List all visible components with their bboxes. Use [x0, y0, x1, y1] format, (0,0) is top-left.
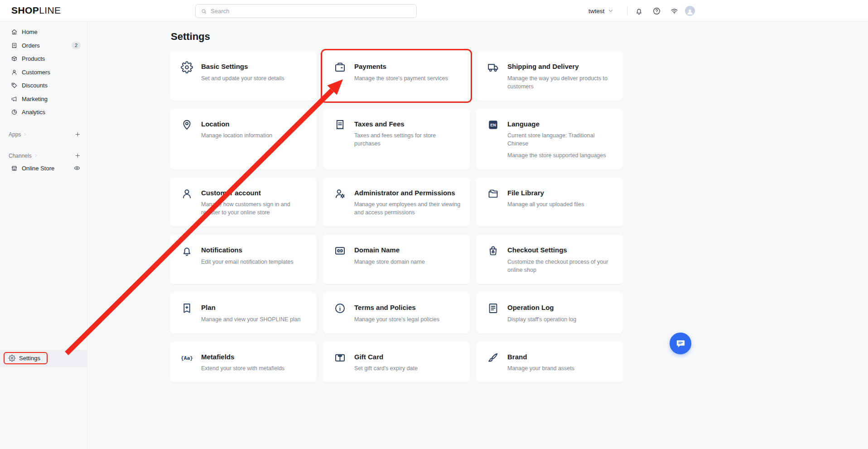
group-label: Channels: [9, 153, 32, 159]
card-title: Plan: [201, 303, 301, 312]
svg-text:{Aa}: {Aa}: [181, 355, 193, 361]
card-desc: Manage your store's legal policies: [354, 315, 439, 323]
card-desc: Display staff's operation log: [507, 315, 576, 323]
info-icon: [334, 302, 346, 314]
metafields-icon: {Aa}: [181, 352, 193, 364]
svg-text:EN: EN: [490, 123, 496, 127]
receipt-icon: [334, 119, 346, 131]
search-input[interactable]: [211, 8, 411, 14]
wallet-icon: [334, 61, 346, 73]
card-desc: Extend your store with metafields: [201, 364, 285, 372]
card-notifications[interactable]: NotificationsEdit your email notificatio…: [170, 235, 317, 284]
card-basic-settings[interactable]: Basic SettingsSet and update your store …: [170, 51, 317, 101]
sidebar-item-home[interactable]: Home: [0, 25, 87, 39]
card-title: Customer account: [201, 188, 310, 198]
card-metafields[interactable]: {Aa}MetafieldsExtend your store with met…: [170, 342, 317, 383]
card-administrator-and-permissions[interactable]: Administrator and PermissionsManage your…: [323, 178, 470, 227]
card-operation-log[interactable]: Operation LogDisplay staff's operation l…: [476, 292, 623, 333]
chat-button[interactable]: [670, 333, 691, 354]
discounts-icon: [11, 82, 18, 89]
card-desc-secondary: Manage the store supported languages: [507, 151, 617, 159]
card-title: Terms and Policies: [354, 303, 439, 312]
card-desc: Manage how customers sign in and registe…: [201, 200, 310, 217]
sidebar-item-settings[interactable]: Settings: [4, 352, 48, 364]
card-text: Shipping and DeliveryManage the way you …: [507, 62, 617, 91]
card-shipping-and-delivery[interactable]: Shipping and DeliveryManage the way you …: [476, 51, 623, 101]
topbar-divider: [627, 6, 627, 15]
card-checkout-settings[interactable]: Checkout SettingsCustomize the checkout …: [476, 235, 623, 284]
card-desc: Manage the store's payment services: [354, 74, 448, 82]
brush-icon: [487, 352, 499, 364]
chevron-down-icon: [608, 8, 614, 14]
card-taxes-and-fees[interactable]: Taxes and FeesTaxes and fees settings fo…: [323, 109, 470, 169]
card-desc: Manage the way you deliver products to c…: [507, 74, 617, 91]
settings-strip: Settings: [0, 350, 87, 367]
card-title: Domain Name: [354, 246, 425, 255]
sidebar-item-label: Products: [22, 55, 45, 62]
card-location[interactable]: LocationManage location information: [170, 109, 317, 169]
card-terms-and-policies[interactable]: Terms and PoliciesManage your store's le…: [323, 292, 470, 333]
account-name: twtest: [588, 8, 604, 14]
avatar[interactable]: [685, 6, 695, 16]
card-title: Shipping and Delivery: [507, 62, 617, 71]
logo-light: LINE: [39, 5, 61, 15]
card-title: Operation Log: [507, 303, 576, 312]
account-menu[interactable]: twtest: [588, 0, 614, 22]
bell-icon[interactable]: [635, 7, 643, 15]
card-file-library[interactable]: File LibraryManage all your uploaded fil…: [476, 178, 623, 227]
gift-card-icon: [334, 352, 346, 364]
folder-icon: [487, 188, 499, 200]
customers-icon: [11, 69, 18, 76]
card-plan[interactable]: PlanManage and view your SHOPLINE plan: [170, 292, 317, 333]
card-payments[interactable]: PaymentsManage the store's payment servi…: [323, 51, 470, 101]
card-title: Payments: [354, 62, 448, 71]
card-text: MetafieldsExtend your store with metafie…: [201, 352, 285, 373]
card-customer-account[interactable]: Customer accountManage how customers sig…: [170, 178, 317, 227]
sidebar-item-products[interactable]: Products: [0, 52, 87, 66]
sidebar-group-channels[interactable]: Channels: [0, 151, 87, 160]
sidebar-group-apps[interactable]: Apps: [0, 130, 87, 139]
sidebar-item-orders[interactable]: Orders2: [0, 39, 87, 53]
sidebar-item-discounts[interactable]: Discounts: [0, 79, 87, 92]
sidebar-item-customers[interactable]: Customers: [0, 66, 87, 79]
wifi-icon[interactable]: [670, 7, 679, 15]
sidebar-item-marketing[interactable]: Marketing: [0, 92, 87, 106]
card-domain-name[interactable]: Domain NameManage store domain name: [323, 235, 470, 284]
store-icon: [11, 165, 18, 172]
card-text: PaymentsManage the store's payment servi…: [354, 62, 448, 82]
card-text: Basic SettingsSet and update your store …: [201, 62, 284, 82]
card-desc: Manage location information: [201, 131, 272, 140]
sidebar-nav: HomeOrders2ProductsCustomersDiscountsMar…: [0, 22, 87, 119]
help-icon[interactable]: [652, 7, 661, 15]
card-title: Metafields: [201, 352, 285, 362]
card-title: Gift Card: [354, 352, 418, 362]
card-language[interactable]: ENLanguageCurrent store language: Tradit…: [476, 109, 623, 169]
card-text: Administrator and PermissionsManage your…: [354, 188, 463, 217]
card-title: Location: [201, 120, 272, 129]
topbar-icons: [635, 0, 679, 22]
add-channel-button[interactable]: [75, 153, 81, 159]
card-text: File LibraryManage all your uploaded fil…: [507, 188, 584, 209]
analytics-icon: [11, 109, 18, 116]
card-text: PlanManage and view your SHOPLINE plan: [201, 303, 301, 323]
map-pin-icon: [181, 119, 193, 131]
search-bar: [195, 4, 417, 18]
card-desc: Set gift card's expiry date: [354, 364, 418, 372]
card-text: Taxes and FeesTaxes and fees settings fo…: [354, 120, 463, 148]
card-desc: Customize the checkout process of your o…: [507, 258, 617, 274]
card-desc: Taxes and fees settings for store purcha…: [354, 131, 463, 148]
sidebar-item-online-store[interactable]: Online Store: [0, 162, 87, 175]
eye-icon[interactable]: [73, 164, 81, 172]
card-desc: Set and update your store details: [201, 74, 284, 82]
card-title: File Library: [507, 188, 584, 198]
card-brand[interactable]: BrandManage your brand assets: [476, 342, 623, 383]
add-app-button[interactable]: [75, 131, 81, 137]
card-gift-card[interactable]: Gift CardSet gift card's expiry date: [323, 342, 470, 383]
bell-icon: [181, 245, 193, 257]
sidebar-item-analytics[interactable]: Analytics: [0, 106, 87, 119]
chat-icon: [675, 338, 686, 349]
sidebar-item-label: Home: [22, 29, 38, 35]
card-title: Brand: [507, 352, 574, 362]
card-title: Notifications: [201, 246, 294, 255]
card-text: Terms and PoliciesManage your store's le…: [354, 303, 439, 323]
